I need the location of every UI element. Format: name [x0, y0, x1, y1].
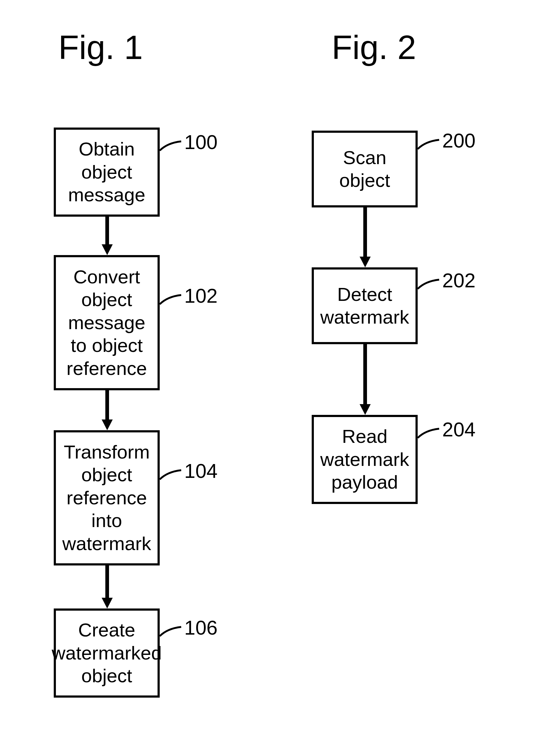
fig2-arrow-1-head — [360, 257, 371, 267]
fig1-step-102-text: Convert object message to object referen… — [59, 266, 154, 380]
lead-line-102 — [158, 293, 186, 306]
fig2-step-202: Detect watermark — [312, 267, 417, 344]
fig2-arrow-1-line — [363, 208, 367, 258]
fig1-arrow-2-head — [102, 419, 113, 430]
figure-1-title: Fig. 1 — [58, 28, 143, 67]
fig1-label-102: 102 — [184, 284, 218, 307]
lead-line-104 — [158, 469, 186, 481]
lead-line-106 — [158, 626, 186, 638]
fig2-arrow-2-line — [363, 344, 367, 406]
fig1-arrow-1-head — [102, 244, 113, 255]
lead-line-100 — [158, 140, 186, 152]
fig1-step-106-text: Create watermarked object — [52, 619, 161, 687]
fig1-step-100-text: Obtain object message — [59, 138, 154, 206]
fig1-label-106: 106 — [184, 616, 218, 639]
fig1-arrow-2-line — [105, 390, 109, 421]
fig2-label-202: 202 — [442, 269, 475, 292]
lead-line-204 — [416, 427, 444, 439]
fig1-step-100: Obtain object message — [54, 127, 160, 217]
fig2-step-200-text: Scan object — [317, 146, 412, 192]
fig1-label-100: 100 — [184, 130, 218, 154]
fig1-step-106: Create watermarked object — [54, 609, 160, 698]
fig1-step-104: Transform object reference into watermar… — [54, 430, 160, 565]
fig2-label-200: 200 — [442, 129, 475, 152]
fig2-step-204: Read watermark payload — [312, 415, 417, 504]
fig2-step-204-text: Read watermark payload — [317, 425, 412, 493]
fig1-step-104-text: Transform object reference into watermar… — [59, 441, 154, 555]
fig1-step-102: Convert object message to object referen… — [54, 255, 160, 390]
lead-line-202 — [416, 278, 444, 290]
fig1-label-104: 104 — [184, 459, 218, 483]
fig1-arrow-3-head — [102, 598, 113, 609]
fig1-arrow-1-line — [105, 217, 109, 246]
fig1-arrow-3-line — [105, 565, 109, 599]
figure-2-title: Fig. 2 — [332, 28, 416, 67]
fig2-arrow-2-head — [360, 404, 371, 415]
fig2-step-202-text: Detect watermark — [317, 283, 412, 329]
fig2-label-204: 204 — [442, 418, 475, 441]
lead-line-200 — [416, 138, 444, 151]
fig2-step-200: Scan object — [312, 130, 417, 208]
